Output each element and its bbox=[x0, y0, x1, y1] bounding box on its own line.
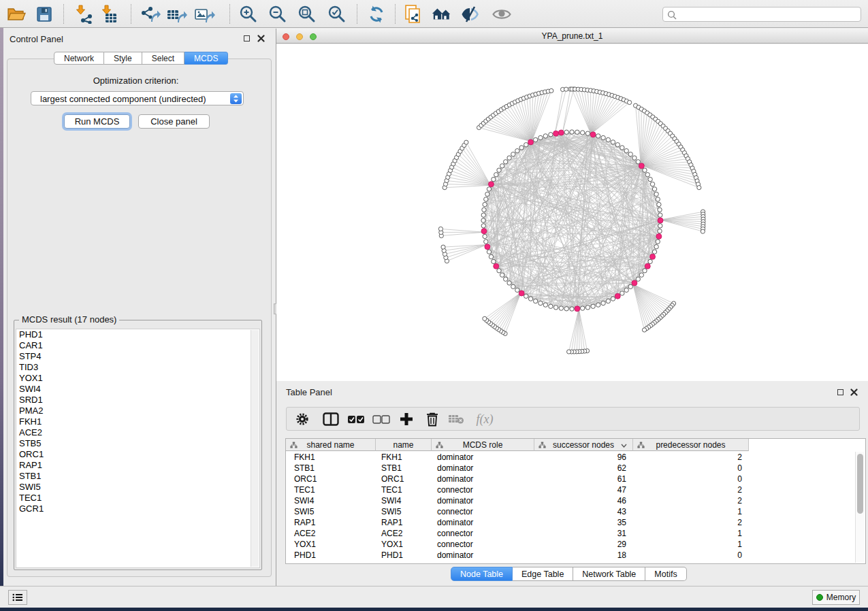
close-panel-button[interactable]: Close panel bbox=[138, 114, 210, 129]
mcds-result-item[interactable]: TID3 bbox=[16, 362, 259, 373]
table-toolbar: f(x) bbox=[286, 407, 860, 431]
table-cell: SWI4 bbox=[286, 495, 376, 506]
table-scrollbar[interactable] bbox=[855, 452, 865, 563]
zoom-selected-icon[interactable] bbox=[327, 5, 347, 24]
table-cell: dominator bbox=[432, 463, 534, 474]
delete-table-icon[interactable] bbox=[447, 411, 465, 427]
refresh-layout-icon[interactable] bbox=[366, 5, 387, 24]
table-cell: 61 bbox=[534, 474, 633, 484]
export-network-icon[interactable] bbox=[140, 5, 161, 24]
zoom-in-icon[interactable] bbox=[238, 5, 259, 24]
table-row[interactable]: FKH1FKH1dominator962 bbox=[286, 452, 856, 463]
table-row[interactable]: SWI5SWI5connector431 bbox=[286, 506, 856, 517]
mcds-result-item[interactable]: ORC1 bbox=[16, 449, 259, 460]
tab-style[interactable]: Style bbox=[104, 52, 142, 65]
mcds-result-item[interactable]: SWI5 bbox=[16, 482, 259, 493]
mcds-result-item[interactable]: TEC1 bbox=[16, 493, 259, 503]
mcds-result-item[interactable]: PMA2 bbox=[16, 406, 259, 416]
save-icon[interactable] bbox=[34, 5, 54, 24]
mcds-result-item[interactable]: STP4 bbox=[16, 351, 259, 362]
column-header-predecessor-nodes[interactable]: predecessor nodes bbox=[633, 439, 749, 451]
tab-network-table[interactable]: Network Table bbox=[573, 567, 645, 581]
home-icon[interactable] bbox=[432, 5, 452, 24]
table-scrollbar-thumb[interactable] bbox=[857, 454, 863, 514]
node-table[interactable]: shared name name MCDS role successor nod… bbox=[285, 438, 866, 564]
table-row[interactable]: ACE2ACE2connector311 bbox=[286, 528, 856, 539]
table-cell: 1 bbox=[633, 528, 749, 539]
zoom-out-icon[interactable] bbox=[268, 5, 288, 24]
tab-node-table[interactable]: Node Table bbox=[451, 567, 513, 581]
mcds-result-item[interactable]: CAR1 bbox=[16, 340, 259, 351]
control-panel: Control Panel NetworkStyleSelectMCDS Opt… bbox=[3, 29, 276, 586]
float-panel-icon[interactable] bbox=[244, 35, 250, 42]
show-panel-icon[interactable] bbox=[492, 5, 512, 24]
optimization-criterion-value: largest connected component (undirected) bbox=[40, 94, 206, 104]
tab-mcds[interactable]: MCDS bbox=[184, 52, 228, 65]
tab-edge-table[interactable]: Edge Table bbox=[513, 567, 573, 581]
table-cell: RAP1 bbox=[376, 517, 432, 528]
mcds-result-item[interactable]: SRD1 bbox=[16, 395, 259, 406]
table-row[interactable]: PHD1PHD1dominator180 bbox=[286, 550, 856, 561]
close-panel-icon[interactable] bbox=[257, 35, 265, 42]
column-header-shared-name[interactable]: shared name bbox=[286, 439, 376, 451]
mcds-result-item[interactable]: PHD1 bbox=[16, 329, 259, 340]
table-cell: 46 bbox=[534, 495, 633, 506]
table-settings-icon[interactable] bbox=[293, 411, 311, 427]
delete-column-icon[interactable] bbox=[423, 411, 441, 427]
search-input[interactable] bbox=[679, 8, 856, 20]
network-canvas[interactable] bbox=[276, 44, 868, 381]
table-row[interactable]: ORC1ORC1dominator610 bbox=[286, 474, 856, 484]
optimization-criterion-select[interactable]: largest connected component (undirected) bbox=[31, 91, 244, 105]
import-table-icon[interactable] bbox=[98, 5, 118, 24]
show-columns-icon[interactable] bbox=[322, 411, 340, 427]
mcds-result-item[interactable]: ACE2 bbox=[16, 427, 259, 438]
table-cell: 29 bbox=[534, 539, 633, 550]
column-header-name[interactable]: name bbox=[376, 439, 432, 451]
run-mcds-button[interactable]: Run MCDS bbox=[64, 114, 130, 129]
table-cell: TEC1 bbox=[286, 484, 376, 495]
table-cell: 35 bbox=[534, 517, 633, 528]
select-all-columns-icon[interactable] bbox=[347, 411, 365, 427]
mcds-result-item[interactable]: STB1 bbox=[16, 471, 259, 482]
search-field[interactable] bbox=[662, 7, 861, 22]
table-cell: 2 bbox=[633, 495, 749, 506]
mcds-result-item[interactable]: FKH1 bbox=[16, 416, 259, 427]
column-header-successor-nodes[interactable]: successor nodes bbox=[534, 439, 633, 451]
mcds-result-list[interactable]: PHD1CAR1STP4TID3YOX1SWI4SRD1PMA2FKH1ACE2… bbox=[16, 329, 260, 568]
table-cell: 96 bbox=[534, 452, 633, 463]
close-table-panel-icon[interactable] bbox=[850, 389, 858, 396]
create-column-icon[interactable] bbox=[398, 411, 415, 427]
open-folder-icon[interactable] bbox=[6, 5, 27, 24]
export-table-icon[interactable] bbox=[167, 5, 187, 24]
show-panels-button[interactable] bbox=[8, 590, 27, 605]
tab-select[interactable]: Select bbox=[142, 52, 184, 65]
clone-network-icon[interactable] bbox=[404, 5, 424, 24]
float-table-panel-icon[interactable] bbox=[837, 389, 843, 395]
memory-button[interactable]: Memory bbox=[812, 590, 860, 605]
table-cell: connector bbox=[432, 528, 534, 539]
table-row[interactable]: RAP1RAP1dominator352 bbox=[286, 517, 856, 528]
hide-panel-icon[interactable] bbox=[460, 5, 481, 24]
tab-network[interactable]: Network bbox=[54, 52, 104, 65]
mcds-result-item[interactable]: RAP1 bbox=[16, 460, 259, 471]
zoom-fit-icon[interactable] bbox=[297, 5, 317, 24]
mcds-result-item[interactable]: GCR1 bbox=[16, 503, 259, 514]
table-cell: ACE2 bbox=[376, 528, 432, 539]
unselect-all-columns-icon[interactable] bbox=[372, 411, 390, 427]
mcds-result-item[interactable]: SWI4 bbox=[16, 384, 259, 395]
function-builder-icon[interactable]: f(x) bbox=[473, 411, 496, 427]
network-graph bbox=[276, 44, 868, 381]
mcds-result-item[interactable]: YOX1 bbox=[16, 373, 259, 384]
table-row[interactable]: SWI4SWI4dominator462 bbox=[286, 495, 856, 506]
mcds-result-scrollbar[interactable] bbox=[251, 330, 259, 567]
tab-motifs[interactable]: Motifs bbox=[645, 567, 686, 581]
import-network-icon[interactable] bbox=[74, 5, 94, 24]
table-row[interactable]: YOX1YOX1connector291 bbox=[286, 539, 856, 550]
table-cell: SWI5 bbox=[376, 506, 432, 517]
table-row[interactable]: STB1STB1dominator620 bbox=[286, 463, 856, 474]
table-row[interactable]: TEC1TEC1connector472 bbox=[286, 484, 856, 495]
table-cell: 0 bbox=[633, 550, 749, 561]
export-image-icon[interactable] bbox=[195, 5, 215, 24]
mcds-result-item[interactable]: STB5 bbox=[16, 438, 259, 449]
column-header-mcds-role[interactable]: MCDS role bbox=[432, 439, 534, 451]
